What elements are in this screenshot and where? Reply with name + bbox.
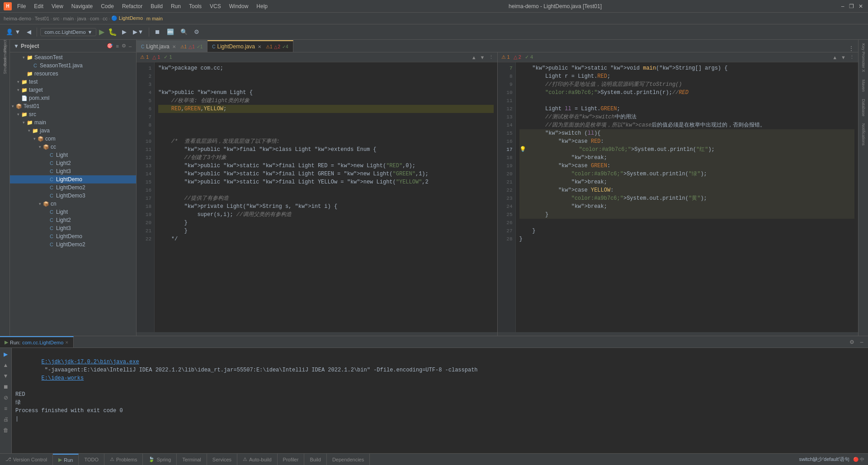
right-nav-up[interactable]: ▲ — [832, 55, 837, 60]
breadcrumb-heima[interactable]: heima-demo — [4, 16, 31, 21]
status-tab-run[interactable]: ▶ Run — [53, 454, 79, 465]
tab-overflow-menu[interactable]: ⋮ — [844, 45, 858, 52]
close-button[interactable]: ✕ — [857, 3, 864, 10]
breadcrumb-main[interactable]: main — [63, 16, 74, 21]
java-exe-link[interactable]: E:\jdk\jdk-17.0.2\bin\java.exe — [42, 359, 139, 365]
tab-light-java[interactable]: C Light.java ✕ ⚠1 △1 ✓1 — [137, 40, 208, 52]
tree-item-main[interactable]: ▾ 📁 main — [10, 118, 136, 127]
tab-close-lightdemo[interactable]: ✕ — [257, 44, 262, 50]
menu-tools[interactable]: Tools — [185, 2, 205, 10]
tree-item-season-test[interactable]: ▾ 📁 SeasonTest — [10, 53, 136, 61]
tree-item-lightdemo3[interactable]: C LightDemo3 — [10, 192, 136, 200]
side-icon-database[interactable]: Database — [859, 97, 868, 118]
tree-item-lightdemo2[interactable]: C LightDemo2 — [10, 183, 136, 192]
coverage-button[interactable]: ▶ — [120, 27, 129, 37]
tree-item-src[interactable]: ▾ 📁 src — [10, 110, 136, 118]
run-delete-btn[interactable]: 🗑 — [1, 426, 10, 435]
side-icon-structure[interactable]: Structure — [0, 61, 9, 70]
menu-code[interactable]: Code — [97, 2, 118, 10]
more-run-button[interactable]: ▶▼ — [131, 27, 146, 37]
menu-run[interactable]: Run — [167, 2, 184, 10]
tree-item-cn-light[interactable]: C Light — [10, 208, 136, 216]
breadcrumb-main-method[interactable]: m main — [146, 16, 163, 21]
tree-item-cn[interactable]: ▾ 📦 cn — [10, 200, 136, 208]
run-print-btn[interactable]: 🖨 — [1, 415, 10, 424]
panel-tree-btn[interactable]: ≡ — [115, 42, 119, 50]
left-scrollbar-h[interactable] — [137, 332, 497, 336]
right-code-content[interactable]: "kw">public "kw">static "kw">void main("… — [516, 62, 859, 332]
breadcrumb-cc[interactable]: cc — [103, 16, 108, 21]
status-tab-todo[interactable]: TODO — [79, 454, 104, 465]
tab-lightdemo-java[interactable]: C LightDemo.java ✕ ⚠1 △2 ✓4 — [208, 40, 293, 52]
menu-help[interactable]: Help — [253, 2, 271, 10]
run-config-selector[interactable]: com.cc.LightDemo ▼ — [40, 28, 96, 36]
menu-view[interactable]: View — [48, 2, 67, 10]
breadcrumb-java[interactable]: java — [77, 16, 86, 21]
tree-item-cn-lightdemo[interactable]: C LightDemo — [10, 232, 136, 240]
tree-item-pom[interactable]: 📄 pom.xml — [10, 94, 136, 102]
right-menu[interactable]: ⋮ — [849, 54, 854, 60]
run-button[interactable]: ▶ — [98, 27, 105, 37]
tree-item-light[interactable]: C Light — [10, 151, 136, 159]
run-tab-close[interactable]: ✕ — [65, 340, 69, 345]
tree-item-cn-light2[interactable]: C Light2 — [10, 216, 136, 224]
left-nav-up[interactable]: ▲ — [472, 55, 476, 60]
menu-vcs[interactable]: VCS — [206, 2, 225, 10]
run-down-btn[interactable]: ▼ — [1, 371, 10, 380]
breadcrumb-com[interactable]: com — [90, 16, 99, 21]
settings-button[interactable]: ⚙ — [192, 27, 202, 37]
run-tab[interactable]: ▶ Run: com.cc.LightDemo ✕ — [0, 336, 74, 348]
left-nav-down[interactable]: ▼ — [480, 55, 485, 60]
menu-edit[interactable]: Edit — [30, 2, 47, 10]
side-icon-notifications[interactable]: Notifications — [859, 122, 868, 147]
menu-navigate[interactable]: Navigate — [68, 2, 96, 10]
tree-item-resources[interactable]: 📁 resources — [10, 70, 136, 78]
toolbar-back[interactable]: 👤 ▼ — [4, 27, 23, 37]
menu-refactor[interactable]: Refactor — [118, 2, 146, 10]
menu-build[interactable]: Build — [147, 2, 166, 10]
run-stop-btn[interactable]: ⏹ — [1, 382, 10, 391]
translate-button[interactable]: 🔤 — [165, 27, 176, 37]
panel-gear-btn[interactable]: ⚙ — [121, 42, 127, 50]
status-tab-profiler[interactable]: Profiler — [278, 454, 305, 465]
idea-works-link[interactable]: E:\idea-works — [42, 375, 84, 381]
status-tab-dependencies[interactable]: Dependencies — [327, 454, 370, 465]
tree-item-cn-lightdemo2[interactable]: C LightDemo2 — [10, 240, 136, 249]
status-tab-terminal[interactable]: Terminal — [177, 454, 207, 465]
tree-item-target[interactable]: ▾ 📁 target — [10, 86, 136, 94]
right-nav-down[interactable]: ▼ — [841, 55, 846, 60]
search-button[interactable]: 🔍 — [178, 27, 190, 37]
status-tab-auto-build[interactable]: ⚠ Auto-build — [237, 454, 278, 465]
menu-file[interactable]: File — [14, 2, 29, 10]
tree-item-lightdemo[interactable]: C LightDemo — [10, 175, 136, 183]
run-play-btn[interactable]: ▶ — [1, 350, 10, 359]
tree-item-java-main[interactable]: ▾ 📁 java — [10, 127, 136, 135]
tree-item-cc[interactable]: ▾ 📦 cc — [10, 143, 136, 151]
maximize-button[interactable]: ❐ — [848, 3, 855, 10]
minimize-button[interactable]: – — [839, 3, 846, 10]
status-tab-spring[interactable]: 🍃 Spring — [143, 454, 177, 465]
tree-item-cn-light3[interactable]: C Light3 — [10, 224, 136, 232]
panel-close-btn[interactable]: – — [128, 42, 132, 50]
tree-item-season-test1[interactable]: C SeasonTest1.java — [10, 61, 136, 70]
right-scrollbar-h[interactable] — [498, 332, 859, 336]
run-output-area[interactable]: E:\jdk\jdk-17.0.2\bin\java.exe "-javaage… — [12, 348, 868, 453]
tree-item-light3[interactable]: C Light3 — [10, 167, 136, 175]
run-scroll-btn[interactable]: ≡ — [1, 404, 10, 413]
run-clear-btn[interactable]: ⊘ — [1, 393, 10, 402]
status-tab-services[interactable]: Services — [207, 454, 237, 465]
breadcrumb-test01[interactable]: Test01 — [35, 16, 49, 21]
status-tab-version-control[interactable]: ⎇ Version Control — [0, 454, 53, 465]
debug-button[interactable]: 🐛 — [107, 27, 118, 37]
left-code-content[interactable]: "kw">package com.cc; "kw">public "kw">en… — [155, 62, 497, 332]
run-collapse-btn[interactable]: – — [857, 338, 866, 347]
left-menu[interactable]: ⋮ — [489, 54, 494, 60]
menu-window[interactable]: Window — [226, 2, 252, 10]
tree-item-test01[interactable]: ▾ 📦 Test01 — [10, 102, 136, 110]
run-settings-btn[interactable]: ⚙ — [847, 338, 856, 347]
side-icon-key-promoter[interactable]: Key Promoter X — [859, 42, 868, 74]
tree-item-test[interactable]: ▾ 📁 test — [10, 78, 136, 86]
breadcrumb-lightdemo[interactable]: 🔵 LightDemo — [111, 15, 143, 21]
breadcrumb-src[interactable]: src — [53, 16, 60, 21]
tree-item-light2[interactable]: C Light2 — [10, 159, 136, 167]
